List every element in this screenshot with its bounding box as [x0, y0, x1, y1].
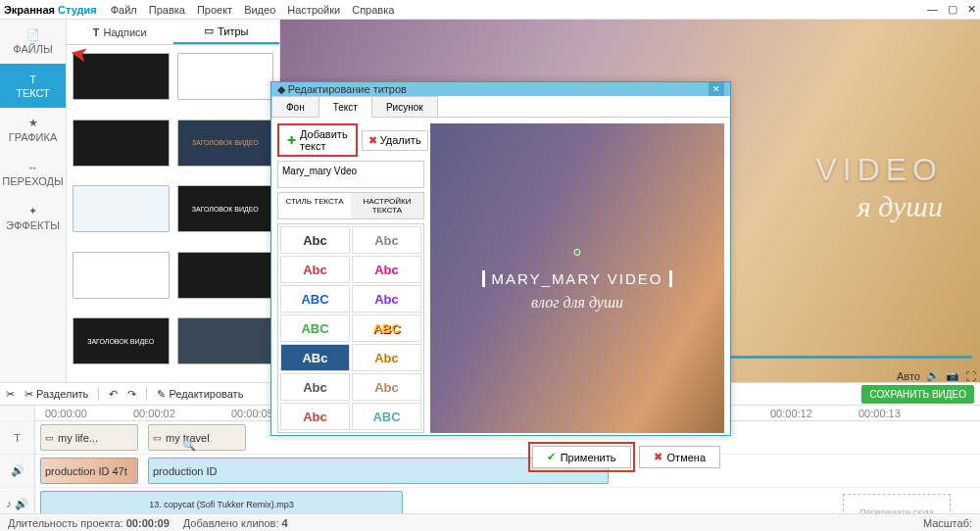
files-icon: 📄 — [26, 28, 40, 41]
dialog-titlebar[interactable]: ◆ Редактирование титров ✕ — [271, 82, 730, 96]
close-button[interactable]: ✕ — [967, 3, 976, 16]
menu-video[interactable]: Видео — [244, 4, 275, 16]
tab-titles[interactable]: ▭ Титры — [173, 20, 280, 44]
titlebar: Экранная Студия Файл Правка Проект Видео… — [0, 0, 980, 20]
search-icon[interactable]: 🔍 — [182, 439, 196, 452]
title-thumb[interactable]: ЗАГОЛОВОК ВИДЕО — [177, 120, 274, 167]
fullscreen-icon[interactable]: ⛶ — [965, 370, 976, 382]
title-thumb[interactable] — [73, 185, 170, 232]
effects-icon: ✦ — [28, 205, 37, 217]
subtab-style[interactable]: СТИЛЬ ТЕКСТА — [278, 193, 351, 218]
cancel-icon: ✖ — [654, 451, 662, 463]
style-item[interactable]: Abc — [352, 285, 421, 313]
title-thumb[interactable]: ЗАГОЛОВОК ВИДЕО — [177, 185, 274, 232]
volume-icon[interactable]: 🔊 — [926, 369, 940, 382]
dialog-icon: ◆ — [277, 83, 285, 96]
dialog-tab-background[interactable]: Фон — [271, 96, 319, 117]
sidebar-item-text[interactable]: TТЕКСТ — [0, 64, 66, 108]
subtab-settings[interactable]: НАСТРОЙКИ ТЕКСТА — [351, 193, 423, 218]
title-editor-dialog: ◆ Редактирование титров ✕ Фон Текст Рису… — [270, 81, 731, 436]
video-track-icon[interactable]: 🔊 — [0, 455, 34, 488]
snapshot-icon[interactable]: 📷 — [946, 369, 959, 382]
dialog-preview-text1[interactable]: MARY_MARY VIDEO — [482, 270, 671, 287]
text-styles-grid: Abc Abc Abc Abc ABC Abc ABC ABC ABc Abc … — [277, 223, 424, 433]
delete-text-button[interactable]: ✖Удалить — [362, 130, 428, 151]
rotate-handle[interactable] — [574, 249, 581, 256]
text-clip[interactable]: ▭ my travel — [148, 424, 246, 451]
style-item[interactable]: Abc — [280, 403, 350, 430]
dialog-tab-text[interactable]: Текст — [318, 96, 372, 118]
menu-project[interactable]: Проект — [197, 4, 232, 16]
style-item[interactable]: Abc — [352, 344, 421, 371]
delete-icon: ✖ — [368, 134, 377, 147]
title-thumb[interactable] — [177, 252, 274, 299]
sidebar-item-transitions[interactable]: ↔ПЕРЕХОДЫ — [0, 152, 66, 196]
minimize-button[interactable]: — — [927, 3, 938, 16]
maximize-button[interactable]: ▢ — [948, 3, 957, 16]
cut-icon[interactable]: ✂ — [6, 388, 15, 401]
menu-edit[interactable]: Правка — [149, 4, 185, 16]
menu-file[interactable]: Файл — [111, 4, 137, 16]
text-icon: T — [29, 73, 36, 85]
star-icon: ★ — [28, 117, 38, 129]
text-track-icon[interactable]: T — [0, 421, 34, 455]
style-item[interactable]: Abc — [280, 226, 350, 254]
app-brand: Экранная Студия — [4, 4, 97, 16]
plus-icon: ✚ — [287, 134, 296, 147]
menu-settings[interactable]: Настройки — [287, 4, 340, 16]
sidebar-item-effects[interactable]: ✦ЭФФЕКТЫ — [0, 196, 66, 240]
dialog-tab-image[interactable]: Рисунок — [371, 96, 438, 117]
style-item[interactable]: Abc — [352, 256, 421, 283]
save-video-button[interactable]: СОХРАНИТЬ ВИДЕО — [861, 385, 974, 404]
style-item[interactable]: Abc — [352, 373, 421, 401]
preview-auto-label: Авто — [897, 370, 920, 382]
undo-icon[interactable]: ↶ — [109, 388, 118, 401]
style-item[interactable]: ABC — [352, 403, 421, 430]
style-item[interactable]: Abc — [280, 373, 350, 401]
title-thumb[interactable] — [177, 317, 274, 364]
transitions-icon: ↔ — [27, 162, 38, 173]
dialog-preview[interactable]: MARY_MARY VIDEO влог для души — [430, 123, 724, 433]
style-item[interactable]: ABC — [280, 285, 350, 313]
title-thumb[interactable] — [73, 120, 170, 167]
sidebar: 📄ФАЙЛЫ TТЕКСТ ★ГРАФИКА ↔ПЕРЕХОДЫ ✦ЭФФЕКТ… — [0, 20, 67, 382]
redo-icon[interactable]: ↷ — [127, 388, 136, 401]
edit-button[interactable]: ✎ Редактировать — [157, 388, 243, 401]
title-thumbnails: ЗАГОЛОВОК ВИДЕО ЗАГОЛОВОК ВИДЕО ЗАГОЛОВО… — [67, 45, 279, 382]
style-item[interactable]: ABC — [352, 314, 421, 342]
cancel-button[interactable]: ✖Отмена — [639, 446, 720, 468]
title-thumb[interactable] — [177, 53, 274, 100]
templates-panel: T Надписи ▭ Титры ЗАГОЛОВОК ВИДЕО ЗАГОЛО… — [67, 20, 280, 382]
sidebar-item-files[interactable]: 📄ФАЙЛЫ — [0, 20, 66, 64]
main-menu: Файл Правка Проект Видео Настройки Справ… — [111, 4, 395, 16]
menu-help[interactable]: Справка — [352, 4, 394, 16]
style-item[interactable]: ABC — [280, 314, 350, 342]
status-bar: Длительность проекта: 00:00:09 Добавлено… — [0, 513, 980, 531]
tab-captions[interactable]: T Надписи — [67, 20, 173, 44]
check-icon: ✔ — [547, 451, 556, 463]
style-item[interactable]: ABc — [280, 344, 350, 371]
split-button[interactable]: ✂ Разделить — [24, 388, 88, 401]
window-controls: — ▢ ✕ — [927, 3, 976, 16]
text-list[interactable]: Mary_mary Vdeo — [277, 161, 424, 188]
apply-button[interactable]: ✔Применить — [532, 446, 631, 468]
title-thumb[interactable]: ЗАГОЛОВОК ВИДЕО — [73, 317, 170, 364]
dialog-preview-text2: влог для души — [531, 294, 623, 312]
style-item[interactable]: Abc — [352, 226, 421, 254]
title-thumb[interactable] — [73, 252, 170, 299]
preview-subtitle-text: я души — [858, 190, 943, 223]
add-text-button[interactable]: ✚Добавить текст — [277, 123, 358, 157]
dialog-close-button[interactable]: ✕ — [709, 82, 724, 96]
sidebar-item-graphics[interactable]: ★ГРАФИКА — [0, 108, 66, 152]
video-clip[interactable]: production ID 47t — [40, 458, 138, 484]
text-clip[interactable]: ▭ my life... — [40, 424, 138, 451]
preview-title-text: VIDEO — [815, 152, 943, 188]
style-item[interactable]: Abc — [280, 256, 350, 283]
title-thumb[interactable] — [73, 53, 170, 100]
